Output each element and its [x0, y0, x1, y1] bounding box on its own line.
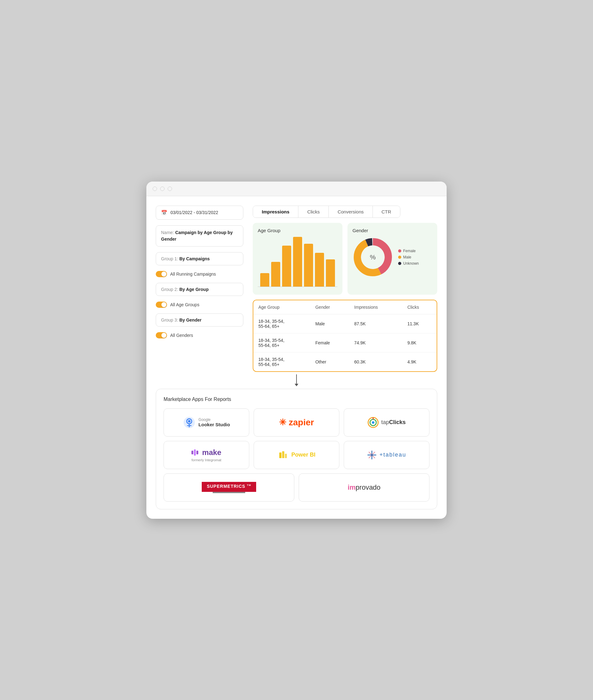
- legend-male: Male: [398, 255, 419, 259]
- tabs-row: Impressions Clicks Conversions CTR: [253, 206, 400, 218]
- tableau-text: +tableau: [380, 451, 406, 458]
- group2-toggle-row[interactable]: All Age Groups: [156, 302, 243, 308]
- group3-toggle-row[interactable]: All Genders: [156, 332, 243, 339]
- legend-unknown: Unknown: [398, 261, 419, 266]
- legend-label-female: Female: [403, 249, 416, 253]
- app-card-supermetrics[interactable]: SUPERMETRICS TM: [164, 473, 294, 501]
- zapier-text: zapier: [289, 418, 314, 428]
- svg-rect-20: [285, 454, 287, 458]
- cell-impressions-3: 60.3K: [349, 352, 402, 371]
- left-panel: 📅 03/01/2022 - 03/31/2022 Name: Campaign…: [156, 206, 243, 372]
- right-panel: Impressions Clicks Conversions CTR Age G…: [253, 206, 437, 372]
- legend-dot-female: [398, 249, 401, 253]
- apps-grid: Google Looker Studio ✳ zapier: [164, 408, 429, 501]
- app-card-powerbi[interactable]: Power BI: [254, 441, 339, 469]
- marketplace-section: Marketplace Apps For Reports Google Look…: [156, 389, 437, 509]
- group2-toggle[interactable]: [156, 302, 167, 308]
- svg-point-13: [372, 421, 374, 424]
- powerbi-logo: Power BI: [277, 449, 315, 461]
- app-card-tapclicks[interactable]: tapClicks: [344, 408, 429, 437]
- svg-text:%: %: [370, 253, 376, 260]
- calendar-icon: 📅: [161, 210, 167, 216]
- app-card-improvado[interactable]: improvado: [299, 473, 429, 501]
- table-row: 18-34, 35-54,55-64, 65+ Male 87.5K 11.3K: [253, 314, 437, 333]
- tab-conversions[interactable]: Conversions: [329, 206, 372, 218]
- bar-7: [326, 259, 335, 287]
- group3-value: By Gender: [179, 317, 201, 322]
- age-group-chart-title: Age Group: [258, 228, 338, 233]
- tab-impressions[interactable]: Impressions: [253, 206, 299, 218]
- group1-toggle[interactable]: [156, 271, 167, 277]
- group1-toggle-row[interactable]: All Running Campaigns: [156, 271, 243, 277]
- svg-rect-17: [196, 451, 198, 454]
- bottom-apps-row: SUPERMETRICS TM improvado: [164, 473, 429, 501]
- date-range-text: 03/01/2022 - 03/31/2022: [170, 210, 218, 215]
- group3-toggle[interactable]: [156, 332, 167, 339]
- svg-point-8: [188, 420, 191, 423]
- connector-line: [296, 375, 297, 384]
- top-section: 📅 03/01/2022 - 03/31/2022 Name: Campaign…: [156, 206, 437, 372]
- supermetrics-text: SUPERMETRICS TM: [202, 482, 256, 491]
- svg-rect-15: [191, 451, 193, 454]
- zapier-logo: ✳ zapier: [279, 417, 314, 428]
- group2-label: Group 2:: [161, 287, 178, 292]
- col-age-group: Age Group: [253, 300, 310, 314]
- tapclicks-logo: tapClicks: [367, 417, 406, 428]
- age-group-chart: Age Group: [253, 223, 343, 295]
- date-range-box[interactable]: 📅 03/01/2022 - 03/31/2022: [156, 206, 243, 220]
- group2-value: By Age Group: [179, 287, 209, 292]
- zapier-asterisk: ✳: [279, 417, 286, 428]
- group1-label: Group 1:: [161, 256, 178, 261]
- tableau-icon: [367, 450, 377, 460]
- tapclicks-name: tapClicks: [381, 419, 406, 426]
- bar-3: [282, 246, 291, 287]
- make-logo-row: make: [191, 448, 221, 457]
- connector: [156, 372, 437, 389]
- google-looker-icon: [183, 416, 195, 429]
- group2-toggle-label: All Age Groups: [170, 302, 199, 307]
- legend-label-male: Male: [403, 255, 411, 259]
- tab-clicks[interactable]: Clicks: [299, 206, 329, 218]
- gender-chart: Gender: [348, 223, 437, 295]
- charts-row: Age Group Gender: [253, 223, 437, 295]
- cell-gender-1: Male: [310, 314, 349, 333]
- cell-impressions-1: 87.5K: [349, 314, 402, 333]
- app-card-zapier[interactable]: ✳ zapier: [254, 408, 339, 437]
- make-logo: make formerly Integromat: [191, 448, 221, 462]
- svg-rect-18: [279, 452, 281, 458]
- data-table-wrapper: Age Group Gender Impressions Clicks 18-3…: [253, 300, 437, 372]
- data-table: Age Group Gender Impressions Clicks 18-3…: [253, 300, 437, 371]
- bar-4: [293, 237, 302, 287]
- google-sub: Google: [199, 418, 230, 422]
- bar-2: [271, 262, 280, 287]
- make-icon: [191, 449, 200, 455]
- cell-clicks-3: 4.9K: [402, 352, 437, 371]
- cell-age-2: 18-34, 35-54,55-64, 65+: [253, 333, 310, 352]
- google-looker-logo: Google Looker Studio: [183, 416, 230, 429]
- table-row: 18-34, 35-54,55-64, 65+ Other 60.3K 4.9K: [253, 352, 437, 371]
- browser-dot-1: [153, 186, 157, 191]
- powerbi-text: Power BI: [291, 451, 315, 458]
- cell-gender-3: Other: [310, 352, 349, 371]
- cell-age-1: 18-34, 35-54,55-64, 65+: [253, 314, 310, 333]
- campaign-label: Name:: [161, 230, 174, 235]
- browser-dot-2: [160, 186, 164, 191]
- donut-svg: %: [353, 237, 393, 277]
- group3-box[interactable]: Group 3: By Gender: [156, 313, 243, 326]
- make-text: make: [202, 448, 221, 457]
- bar-5: [304, 244, 313, 287]
- app-card-google-looker[interactable]: Google Looker Studio: [164, 408, 249, 437]
- group1-box[interactable]: Group 1: By Campaigns: [156, 252, 243, 265]
- tableau-logo: +tableau: [367, 450, 406, 460]
- bar-1: [260, 273, 269, 287]
- app-card-make[interactable]: make formerly Integromat: [164, 441, 249, 469]
- cell-clicks-2: 9.8K: [402, 333, 437, 352]
- svg-point-25: [371, 454, 373, 455]
- bar-chart: [258, 237, 338, 287]
- app-card-tableau[interactable]: +tableau: [344, 441, 429, 469]
- table-header-row: Age Group Gender Impressions Clicks: [253, 300, 437, 314]
- tab-ctr[interactable]: CTR: [373, 206, 400, 218]
- group2-box[interactable]: Group 2: By Age Group: [156, 283, 243, 296]
- gender-chart-title: Gender: [353, 228, 432, 233]
- table-row: 18-34, 35-54,55-64, 65+ Female 74.9K 9.8…: [253, 333, 437, 352]
